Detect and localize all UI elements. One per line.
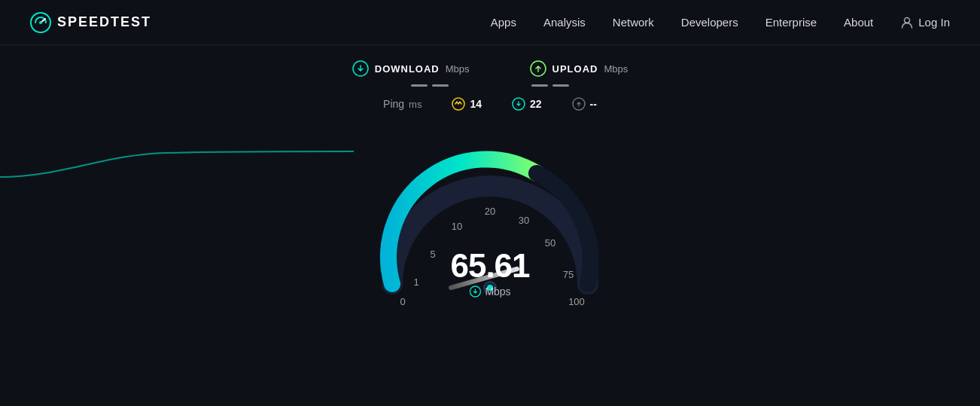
download-text: DOWNLOAD <box>375 63 440 75</box>
svg-text:10: 10 <box>452 221 462 232</box>
speed-labels: DOWNLOAD Mbps UPLOAD Mbps <box>352 60 628 77</box>
dash3 <box>531 84 548 87</box>
login-label: Log In <box>918 16 950 29</box>
nav-item-apps[interactable]: Apps <box>491 16 516 29</box>
download-ping-icon <box>512 97 525 111</box>
speedtest-logo-icon <box>30 12 51 33</box>
dash2 <box>432 84 449 87</box>
download-ping-value: 22 <box>530 98 542 110</box>
logo-text: SPEEDTEST <box>57 14 151 30</box>
upload-label: UPLOAD Mbps <box>530 60 628 77</box>
main-content: DOWNLOAD Mbps UPLOAD Mbps <box>0 45 980 329</box>
speed-number: 65.61 <box>450 249 529 282</box>
upload-text: UPLOAD <box>552 63 598 75</box>
download-label: DOWNLOAD Mbps <box>352 60 470 77</box>
nav-item-developers[interactable]: Developers <box>681 16 738 29</box>
upload-ping-item: -- <box>572 97 597 111</box>
svg-point-2 <box>39 21 42 24</box>
svg-text:30: 30 <box>519 215 529 226</box>
upload-dash <box>520 84 580 87</box>
user-icon <box>900 16 914 29</box>
mbps-download-icon <box>469 285 481 298</box>
jitter-value: 14 <box>470 98 482 110</box>
ping-unit: ms <box>409 99 422 110</box>
speedometer: 0 1 5 10 20 30 50 75 100 <box>370 118 610 329</box>
download-unit: Mbps <box>446 63 470 75</box>
jitter-item: 14 <box>452 97 482 111</box>
svg-text:50: 50 <box>545 237 555 249</box>
svg-text:5: 5 <box>430 249 435 260</box>
speed-mbps-row: Mbps <box>450 285 529 298</box>
svg-text:20: 20 <box>485 206 495 217</box>
jitter-icon <box>452 97 465 111</box>
ping-item: Ping ms <box>383 98 422 110</box>
mbps-label: Mbps <box>485 285 510 298</box>
upload-unit: Mbps <box>604 63 628 75</box>
upload-ping-icon <box>572 97 586 111</box>
svg-point-3 <box>905 17 910 23</box>
ping-row: Ping ms 14 22 -- <box>383 97 597 111</box>
svg-text:75: 75 <box>563 269 574 280</box>
download-dash <box>400 84 460 87</box>
svg-text:100: 100 <box>568 296 585 307</box>
svg-text:1: 1 <box>413 276 418 288</box>
nav-item-analysis[interactable]: Analysis <box>543 16 586 29</box>
nav-item-enterprise[interactable]: Enterprise <box>765 16 817 29</box>
logo[interactable]: SPEEDTEST <box>30 12 151 33</box>
upload-ping-value: -- <box>590 98 597 110</box>
login-button[interactable]: Log In <box>900 16 950 29</box>
nav-item-about[interactable]: About <box>844 16 873 29</box>
navbar: SPEEDTEST Apps Analysis Network Develope… <box>0 0 980 45</box>
speed-dashes <box>400 84 580 87</box>
dash4 <box>552 84 569 87</box>
nav-item-network[interactable]: Network <box>613 16 654 29</box>
speed-value-display: 65.61 Mbps <box>450 249 529 298</box>
svg-text:0: 0 <box>400 296 405 307</box>
download-icon <box>352 60 369 77</box>
dash1 <box>411 84 428 87</box>
speedometer-svg: 0 1 5 10 20 30 50 75 100 <box>370 118 610 329</box>
upload-icon <box>530 60 546 77</box>
ping-label: Ping <box>383 98 404 110</box>
nav-links: Apps Analysis Network Developers Enterpr… <box>491 16 874 29</box>
download-ping-item: 22 <box>512 97 542 111</box>
